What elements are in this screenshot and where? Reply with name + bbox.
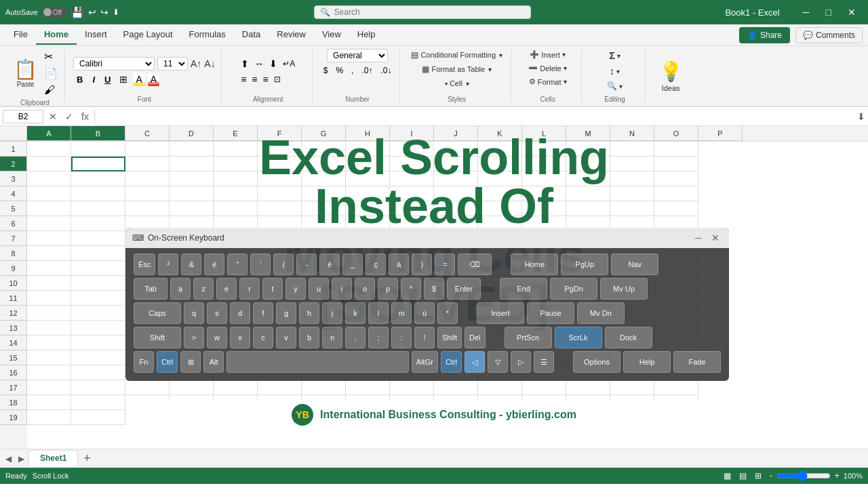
osk-key-o[interactable]: o — [355, 278, 375, 300]
page-layout-view-button[interactable]: ▤ — [738, 470, 748, 482]
percent-button[interactable]: % — [333, 64, 346, 77]
fill-color-button[interactable]: A — [133, 73, 144, 86]
cell-G2[interactable] — [302, 157, 346, 171]
confirm-formula-button[interactable]: ✓ — [62, 110, 76, 123]
row-header-2[interactable]: 2 — [0, 157, 27, 171]
format-as-table-button[interactable]: ▦ Format as Table ▾ — [419, 63, 494, 75]
row-header-10[interactable]: 10 — [0, 276, 27, 291]
osk-key-colon[interactable]: : — [391, 327, 412, 348]
align-middle-button[interactable]: ↔ — [253, 57, 265, 70]
osk-key-q[interactable]: q — [184, 302, 204, 324]
row-header-15[interactable]: 15 — [0, 350, 27, 365]
osk-key-d[interactable]: d — [230, 302, 250, 324]
col-header-I[interactable]: I — [390, 126, 434, 141]
cell-I2[interactable] — [390, 157, 434, 171]
col-header-N[interactable]: N — [610, 126, 654, 141]
sheet-nav-left[interactable]: ◀ — [3, 454, 14, 464]
expand-formula-button[interactable]: ⬇ — [857, 111, 865, 122]
osk-key-agrave[interactable]: à — [389, 253, 409, 275]
osk-key-alt[interactable]: Alt — [203, 351, 224, 373]
tab-review[interactable]: Review — [269, 25, 314, 45]
tab-insert[interactable]: Insert — [77, 25, 115, 45]
osk-key-shift-right[interactable]: Shift — [437, 327, 462, 348]
undo-icon[interactable]: ↩ — [88, 7, 96, 18]
decrease-decimal-button[interactable]: .0↓ — [378, 64, 394, 77]
ideas-button[interactable]: 💡 Ideas — [654, 58, 688, 95]
osk-key-caps[interactable]: Caps — [134, 302, 181, 324]
osk-key-gt[interactable]: > — [184, 327, 204, 348]
osk-key-insert[interactable]: Insert — [477, 302, 524, 324]
osk-key-ctrl-right[interactable]: Ctrl — [441, 351, 462, 373]
osk-key-options[interactable]: Options — [573, 351, 620, 373]
row-header-4[interactable]: 4 — [0, 186, 27, 201]
font-size-select[interactable]: 11 — [157, 57, 188, 70]
osk-key-backspace[interactable]: ⌫ — [458, 253, 492, 275]
row-header-5[interactable]: 5 — [0, 201, 27, 216]
osk-key-prtscn[interactable]: PrtScn — [505, 327, 552, 348]
row-header-8[interactable]: 8 — [0, 246, 27, 261]
cell-M2[interactable] — [566, 157, 610, 171]
cell-D2[interactable] — [170, 157, 214, 171]
osk-key-end[interactable]: End — [500, 278, 547, 300]
cell-N2[interactable] — [610, 157, 654, 171]
osk-key-t[interactable]: t — [262, 278, 283, 300]
currency-button[interactable]: $ — [321, 64, 331, 77]
minimize-button[interactable]: ─ — [796, 4, 816, 20]
col-header-K[interactable]: K — [478, 126, 522, 141]
delete-cells-button[interactable]: ➖ Delete ▾ — [526, 62, 570, 74]
osk-key-arrow-down[interactable]: ▽ — [488, 351, 508, 373]
redo-icon[interactable]: ↪ — [100, 7, 108, 18]
align-top-button[interactable]: ⬆ — [239, 57, 250, 70]
col-header-O[interactable]: O — [654, 126, 698, 141]
corner-cell[interactable] — [0, 126, 27, 141]
format-painter-button[interactable]: 🖌 — [43, 83, 59, 98]
row-header-9[interactable]: 9 — [0, 261, 27, 276]
col-header-D[interactable]: D — [170, 126, 214, 141]
cell-C1[interactable] — [125, 142, 170, 157]
cell-N1[interactable] — [610, 142, 654, 157]
osk-key-ctrl-left[interactable]: Ctrl — [157, 351, 178, 373]
cell-O2[interactable] — [654, 157, 698, 171]
align-bottom-button[interactable]: ⬇ — [268, 57, 279, 70]
col-header-B[interactable]: B — [71, 126, 125, 141]
cell-I1[interactable] — [390, 142, 434, 157]
save-icon[interactable]: 💾 — [71, 6, 84, 19]
sheet-nav-right[interactable]: ▶ — [16, 454, 27, 464]
osk-key-rparen[interactable]: ) — [412, 253, 432, 275]
osk-key-del[interactable]: Del — [465, 327, 486, 348]
osk-key-k[interactable]: k — [345, 302, 366, 324]
osk-key-eacute[interactable]: é — [204, 253, 224, 275]
page-break-view-button[interactable]: ⊞ — [753, 470, 763, 482]
insert-cells-button[interactable]: ➕ Insert ▾ — [527, 49, 568, 60]
col-header-A[interactable]: A — [27, 126, 71, 141]
osk-key-x[interactable]: x — [230, 327, 250, 348]
align-right-button[interactable]: ≡ — [262, 73, 270, 86]
osk-key-comma[interactable]: , — [345, 327, 366, 348]
osk-key-rightclick[interactable]: ☰ — [534, 351, 554, 373]
number-format-select[interactable]: General — [327, 49, 388, 62]
normal-view-button[interactable]: ▦ — [722, 470, 732, 482]
osk-minimize-button[interactable]: ─ — [692, 232, 705, 243]
sheet-tab-sheet1[interactable]: Sheet1 — [28, 450, 78, 467]
sort-filter-button[interactable]: ↕ ▾ — [607, 64, 623, 78]
cell-M1[interactable] — [566, 142, 610, 157]
cell-F2[interactable] — [258, 157, 302, 171]
decrease-font-icon[interactable]: A↓ — [204, 58, 215, 69]
close-button[interactable]: ✕ — [841, 4, 863, 20]
osk-key-exclaim[interactable]: ! — [414, 327, 435, 348]
osk-key-fade[interactable]: Fade — [673, 351, 721, 373]
osk-key-scrlk[interactable]: ScrLk — [555, 327, 602, 348]
tab-help[interactable]: Help — [349, 25, 384, 45]
comments-button[interactable]: 💬 Comments — [795, 27, 863, 43]
osk-key-pgup[interactable]: PgUp — [561, 253, 608, 275]
col-header-C[interactable]: C — [125, 126, 170, 141]
osk-key-mvdn[interactable]: Mv Dn — [577, 302, 625, 324]
zoom-slider[interactable] — [776, 470, 831, 481]
osk-key-egrave[interactable]: è — [319, 253, 340, 275]
osk-key-ugrave[interactable]: ù — [414, 302, 435, 324]
increase-decimal-button[interactable]: .0↑ — [359, 64, 375, 77]
align-center-button[interactable]: ≡ — [250, 73, 258, 86]
row-header-6[interactable]: 6 — [0, 216, 27, 231]
tab-view[interactable]: View — [314, 25, 349, 45]
osk-key-nav[interactable]: Nav — [611, 253, 658, 275]
